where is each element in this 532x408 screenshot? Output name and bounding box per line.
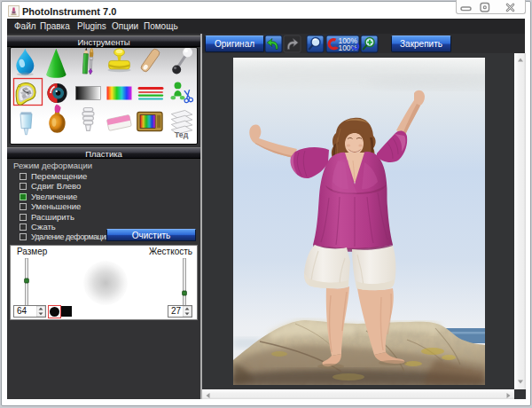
svg-text:100%: 100% xyxy=(339,43,358,52)
svg-text:Тед: Тед xyxy=(175,130,189,139)
